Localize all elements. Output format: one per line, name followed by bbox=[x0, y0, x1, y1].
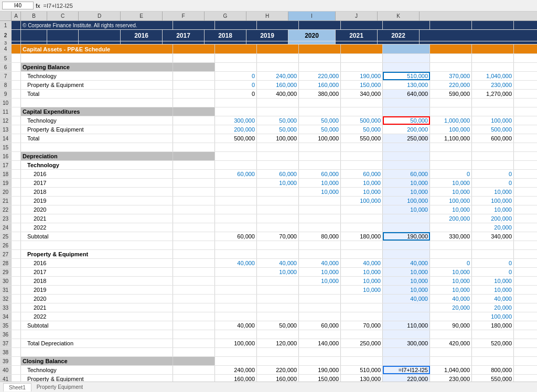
cell-g18[interactable]: 60,000 bbox=[299, 170, 341, 178]
cell-k22[interactable]: 10,000 bbox=[472, 205, 514, 214]
cell-f8[interactable]: 160,000 bbox=[257, 81, 299, 89]
cell-h21[interactable]: 100,000 bbox=[341, 197, 383, 205]
cell-j23[interactable]: 200,000 bbox=[430, 214, 472, 223]
cell-h40[interactable]: 510,000 bbox=[341, 366, 383, 374]
cell-j7[interactable]: 370,000 bbox=[430, 72, 472, 80]
cell-k20[interactable]: 10,000 bbox=[472, 188, 514, 196]
cell-h13[interactable]: 50,000 bbox=[341, 125, 383, 134]
cell-i32[interactable]: 40,000 bbox=[383, 295, 430, 303]
col-header-e[interactable]: E bbox=[121, 12, 163, 20]
cell-g19[interactable]: 10,000 bbox=[299, 179, 341, 187]
cell-k30[interactable]: 10,000 bbox=[472, 277, 514, 285]
cell-j40[interactable]: 1,040,000 bbox=[430, 366, 472, 374]
cell-i31[interactable]: 10,000 bbox=[383, 286, 430, 294]
cell-i19[interactable]: 10,000 bbox=[383, 179, 430, 187]
cell-j20[interactable]: 10,000 bbox=[430, 188, 472, 196]
cell-g40[interactable]: 190,000 bbox=[299, 366, 341, 374]
cell-e8[interactable]: 0 bbox=[215, 81, 257, 89]
cell-k13[interactable]: 500,000 bbox=[472, 125, 514, 134]
col-header-g[interactable]: G bbox=[205, 12, 246, 20]
cell-e40[interactable]: 240,000 bbox=[215, 366, 257, 374]
cell-g8[interactable]: 160,000 bbox=[299, 81, 341, 89]
cell-j18[interactable]: 0 bbox=[430, 170, 472, 178]
cell-h9[interactable]: 340,000 bbox=[341, 90, 383, 98]
cell-k18[interactable]: 0 bbox=[472, 170, 514, 178]
col-header-c[interactable]: C bbox=[47, 12, 79, 20]
name-box[interactable]: I40 bbox=[2, 2, 34, 9]
cell-i37[interactable]: 300,000 bbox=[383, 339, 430, 347]
cell-f9[interactable]: 400,000 bbox=[257, 90, 299, 98]
cell-g25[interactable]: 80,000 bbox=[299, 232, 341, 241]
cell-f19[interactable]: 10,000 bbox=[257, 179, 299, 187]
cell-k25[interactable]: 340,000 bbox=[472, 232, 514, 241]
cell-h19[interactable]: 10,000 bbox=[341, 179, 383, 187]
cell-j14[interactable]: 1,100,000 bbox=[430, 134, 472, 143]
cell-i25[interactable]: 190,000 bbox=[383, 232, 430, 241]
cell-f25[interactable]: 70,000 bbox=[257, 232, 299, 241]
col-header-i[interactable]: I bbox=[288, 12, 336, 20]
cell-i18[interactable]: 60,000 bbox=[383, 170, 430, 178]
cell-i28[interactable]: 40,000 bbox=[383, 259, 430, 267]
cell-h7[interactable]: 190,000 bbox=[341, 72, 383, 80]
cell-k19[interactable]: 0 bbox=[472, 179, 514, 187]
cell-f37[interactable]: 120,000 bbox=[257, 339, 299, 347]
cell-f7[interactable]: 240,000 bbox=[257, 72, 299, 80]
cell-j33[interactable]: 20,000 bbox=[430, 303, 472, 312]
cell-j31[interactable]: 10,000 bbox=[430, 286, 472, 294]
cell-e37[interactable]: 100,000 bbox=[215, 339, 257, 347]
col-header-h[interactable]: H bbox=[246, 12, 288, 20]
cell-h35[interactable]: 70,000 bbox=[341, 321, 383, 330]
cell-k40[interactable]: 800,000 bbox=[472, 366, 514, 374]
cell-e13[interactable]: 200,000 bbox=[215, 125, 257, 134]
cell-j19[interactable]: 10,000 bbox=[430, 179, 472, 187]
cell-g30[interactable]: 10,000 bbox=[299, 277, 341, 285]
cell-i30[interactable]: 10,000 bbox=[383, 277, 430, 285]
cell-j8[interactable]: 220,000 bbox=[430, 81, 472, 89]
cell-e14[interactable]: 500,000 bbox=[215, 134, 257, 143]
cell-j35[interactable]: 90,000 bbox=[430, 321, 472, 330]
cell-k34[interactable]: 100,000 bbox=[472, 312, 514, 321]
cell-f28[interactable]: 40,000 bbox=[257, 259, 299, 267]
cell-g20[interactable]: 10,000 bbox=[299, 188, 341, 196]
cell-i21[interactable]: 100,000 bbox=[383, 197, 430, 205]
cell-j13[interactable]: 100,000 bbox=[430, 125, 472, 134]
col-header-d[interactable]: D bbox=[79, 12, 121, 20]
cell-j28[interactable]: 0 bbox=[430, 259, 472, 267]
cell-f35[interactable]: 50,000 bbox=[257, 321, 299, 330]
cell-k37[interactable]: 520,000 bbox=[472, 339, 514, 347]
col-header-f[interactable]: F bbox=[163, 12, 205, 20]
cell-h20[interactable]: 10,000 bbox=[341, 188, 383, 196]
cell-j37[interactable]: 420,000 bbox=[430, 339, 472, 347]
cell-k33[interactable]: 20,000 bbox=[472, 303, 514, 312]
cell-i14[interactable]: 250,000 bbox=[383, 134, 430, 143]
cell-k23[interactable]: 200,000 bbox=[472, 214, 514, 223]
cell-j21[interactable]: 100,000 bbox=[430, 197, 472, 205]
cell-k29[interactable]: 0 bbox=[472, 268, 514, 276]
cell-h18[interactable]: 60,000 bbox=[341, 170, 383, 178]
cell-g7[interactable]: 220,000 bbox=[299, 72, 341, 80]
cell-h37[interactable]: 250,000 bbox=[341, 339, 383, 347]
cell-i22[interactable]: 10,000 bbox=[383, 205, 430, 214]
cell-f18[interactable]: 60,000 bbox=[257, 170, 299, 178]
cell-h31[interactable]: 10,000 bbox=[341, 286, 383, 294]
col-header-k[interactable]: K bbox=[378, 12, 420, 20]
cell-k12[interactable]: 100,000 bbox=[472, 116, 514, 125]
cell-j9[interactable]: 590,000 bbox=[430, 90, 472, 98]
cell-j30[interactable]: 10,000 bbox=[430, 277, 472, 285]
cell-f12[interactable]: 50,000 bbox=[257, 116, 299, 125]
cell-j29[interactable]: 10,000 bbox=[430, 268, 472, 276]
cell-h8[interactable]: 150,000 bbox=[341, 81, 383, 89]
cell-k32[interactable]: 40,000 bbox=[472, 295, 514, 303]
cell-k14[interactable]: 600,000 bbox=[472, 134, 514, 143]
cell-k7[interactable]: 1,040,000 bbox=[472, 72, 514, 80]
cell-h12[interactable]: 500,000 bbox=[341, 116, 383, 125]
cell-j12[interactable]: 1,000,000 bbox=[430, 116, 472, 125]
cell-e18[interactable]: 60,000 bbox=[215, 170, 257, 178]
cell-g37[interactable]: 140,000 bbox=[299, 339, 341, 347]
sheet-tab[interactable]: Sheet1 bbox=[3, 383, 31, 391]
cell-i29[interactable]: 10,000 bbox=[383, 268, 430, 276]
cell-h28[interactable]: 40,000 bbox=[341, 259, 383, 267]
cell-k28[interactable]: 0 bbox=[472, 259, 514, 267]
cell-g29[interactable]: 10,000 bbox=[299, 268, 341, 276]
cell-k31[interactable]: 10,000 bbox=[472, 286, 514, 294]
